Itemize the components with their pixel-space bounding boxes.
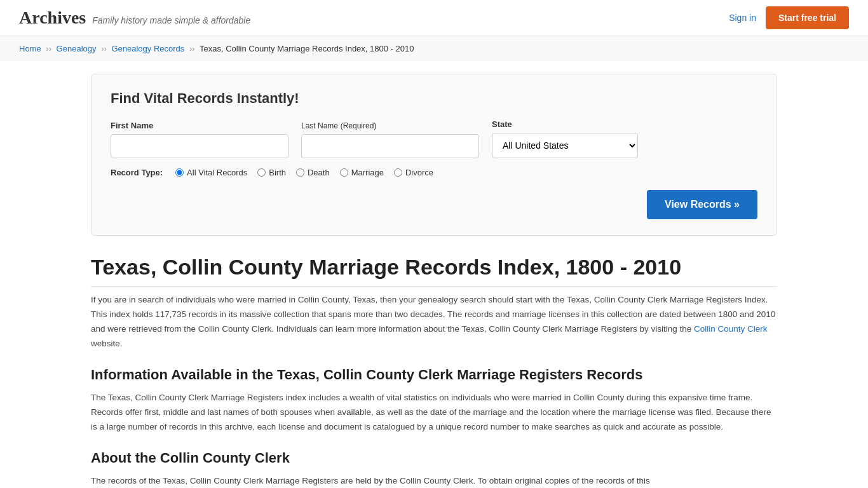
start-trial-button[interactable]: Start free trial bbox=[766, 6, 849, 29]
state-label: State bbox=[492, 119, 638, 129]
logo: Archives bbox=[19, 8, 86, 28]
first-name-input[interactable] bbox=[111, 134, 288, 158]
breadcrumb-home[interactable]: Home bbox=[19, 44, 41, 53]
search-box: Find Vital Records Instantly! First Name… bbox=[91, 74, 777, 236]
section1-paragraph: The Texas, Collin County Clerk Marriage … bbox=[91, 391, 777, 435]
first-name-group: First Name bbox=[111, 121, 288, 158]
record-type-marriage-radio[interactable] bbox=[340, 168, 348, 177]
breadcrumb-genealogy-records[interactable]: Genealogy Records bbox=[111, 44, 184, 53]
signin-link[interactable]: Sign in bbox=[729, 13, 756, 23]
state-select[interactable]: All United States Alabama Alaska Arizona… bbox=[492, 133, 638, 158]
breadcrumb-genealogy[interactable]: Genealogy bbox=[57, 44, 97, 53]
last-name-input[interactable] bbox=[301, 134, 479, 158]
view-records-button[interactable]: View Records » bbox=[647, 190, 757, 219]
article-title: Texas, Collin County Marriage Records In… bbox=[91, 255, 777, 287]
record-type-label: Record Type: bbox=[111, 168, 163, 177]
state-group: State All United States Alabama Alaska A… bbox=[492, 119, 638, 158]
last-name-label: Last Name (Required) bbox=[301, 121, 479, 130]
main-content: Find Vital Records Instantly! First Name… bbox=[72, 61, 796, 488]
breadcrumb-sep2: ›› bbox=[101, 44, 107, 53]
header: Archives Family history made simple & af… bbox=[0, 0, 868, 36]
first-name-label: First Name bbox=[111, 121, 288, 130]
section2-paragraph: The records of the Texas, Collin County … bbox=[91, 474, 777, 488]
breadcrumb-current: Texas, Collin County Marriage Records In… bbox=[200, 44, 414, 53]
record-type-death[interactable]: Death bbox=[296, 168, 330, 177]
search-title: Find Vital Records Instantly! bbox=[111, 90, 757, 107]
breadcrumb-sep3: ›› bbox=[189, 44, 195, 53]
logo-tagline: Family history made simple & affordable bbox=[92, 15, 250, 25]
record-type-birth-radio[interactable] bbox=[257, 168, 266, 177]
record-type-all[interactable]: All Vital Records bbox=[175, 168, 247, 177]
record-type-row: Record Type: All Vital Records Birth Dea… bbox=[111, 168, 757, 177]
record-type-divorce-radio[interactable] bbox=[394, 168, 402, 177]
collin-clerk-link[interactable]: Collin County Clerk bbox=[694, 324, 768, 334]
section2-heading: About the Collin County Clerk bbox=[91, 450, 777, 466]
header-right: Sign in Start free trial bbox=[729, 6, 849, 29]
record-type-birth[interactable]: Birth bbox=[257, 168, 286, 177]
search-btn-row: View Records » bbox=[111, 190, 757, 219]
header-left: Archives Family history made simple & af… bbox=[19, 8, 250, 28]
record-type-options: All Vital Records Birth Death Marriage D… bbox=[175, 168, 433, 177]
section1-heading: Information Available in the Texas, Coll… bbox=[91, 367, 777, 383]
record-type-marriage[interactable]: Marriage bbox=[340, 168, 384, 177]
last-name-group: Last Name (Required) bbox=[301, 121, 479, 158]
breadcrumb-sep1: ›› bbox=[46, 44, 51, 53]
search-fields: First Name Last Name (Required) State Al… bbox=[111, 119, 757, 158]
record-type-divorce[interactable]: Divorce bbox=[394, 168, 433, 177]
intro-paragraph: If you are in search of individuals who … bbox=[91, 293, 777, 351]
breadcrumb: Home ›› Genealogy ›› Genealogy Records ›… bbox=[0, 36, 868, 61]
record-type-death-radio[interactable] bbox=[296, 168, 304, 177]
article-body: Texas, Collin County Marriage Records In… bbox=[91, 255, 777, 488]
record-type-all-radio[interactable] bbox=[175, 168, 184, 177]
